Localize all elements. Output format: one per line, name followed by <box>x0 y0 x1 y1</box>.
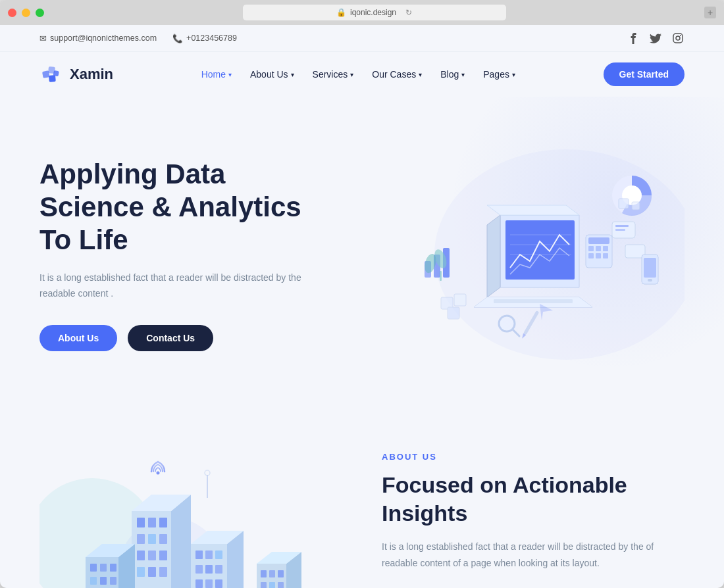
svg-rect-19 <box>615 225 629 227</box>
email-contact: ✉ support@iqnonicthemes.com <box>39 34 157 43</box>
hero-title: Applying Data Science & Analytics To Lif… <box>39 158 329 257</box>
svg-rect-62 <box>159 567 167 577</box>
svg-rect-94 <box>269 570 275 577</box>
svg-rect-58 <box>148 551 156 560</box>
svg-rect-84 <box>195 579 203 588</box>
topbar-left: ✉ support@iqnonicthemes.com 📞 +012345678… <box>39 34 237 43</box>
svg-rect-85 <box>205 579 213 588</box>
svg-rect-5 <box>49 75 56 82</box>
reload-icon[interactable]: ↻ <box>405 8 412 17</box>
website-content: ✉ support@iqnonicthemes.com 📞 +012345678… <box>0 25 724 588</box>
logo[interactable]: Xamin <box>39 62 113 86</box>
svg-rect-28 <box>596 253 601 258</box>
svg-rect-38 <box>454 294 466 306</box>
about-label: ABOUT US <box>382 452 685 462</box>
logo-text: Xamin <box>70 66 113 83</box>
phone-icon: 📞 <box>172 34 183 43</box>
svg-rect-97 <box>269 582 275 588</box>
browser-window: 🔒 iqonic.design ↻ + ✉ support@iqnonicthe… <box>0 0 724 588</box>
svg-rect-20 <box>615 229 625 231</box>
instagram-icon[interactable] <box>671 32 685 45</box>
about-description: It is a long established fact that a rea… <box>382 539 685 572</box>
nav-pages[interactable]: Pages ▾ <box>483 69 515 80</box>
svg-rect-52 <box>148 518 156 527</box>
nav-home[interactable]: Home ▾ <box>201 69 232 80</box>
svg-point-104 <box>157 472 160 475</box>
chevron-down-icon: ▾ <box>419 71 422 78</box>
svg-rect-56 <box>159 534 167 544</box>
svg-rect-42 <box>648 279 652 282</box>
nav-about[interactable]: About Us ▾ <box>250 69 294 80</box>
chevron-down-icon: ▾ <box>228 71 232 78</box>
chevron-down-icon: ▾ <box>350 71 353 78</box>
nav-services[interactable]: Services ▾ <box>313 69 354 80</box>
nav-cases[interactable]: Our Cases ▾ <box>372 69 422 80</box>
svg-rect-67 <box>100 564 107 572</box>
svg-point-2 <box>680 35 681 36</box>
hero-illustration <box>369 136 685 373</box>
chevron-down-icon: ▾ <box>291 71 294 78</box>
svg-rect-26 <box>603 246 608 251</box>
facebook-icon[interactable] <box>627 32 640 45</box>
svg-rect-93 <box>261 570 267 577</box>
chevron-down-icon: ▾ <box>461 71 465 78</box>
svg-rect-32 <box>440 271 442 281</box>
about-section: ABOUT US Focused on Actionable Insights … <box>0 399 724 588</box>
svg-rect-0 <box>673 34 683 43</box>
svg-rect-51 <box>137 518 145 527</box>
svg-rect-27 <box>588 253 594 258</box>
new-tab-button[interactable]: + <box>704 7 716 18</box>
hero-buttons: About Us Contact Us <box>39 325 329 351</box>
svg-rect-29 <box>603 253 608 258</box>
svg-rect-39 <box>448 307 459 319</box>
svg-rect-71 <box>110 577 116 585</box>
svg-rect-41 <box>644 258 656 278</box>
nav-blog[interactable]: Blog ▾ <box>440 69 465 80</box>
svg-rect-10 <box>505 220 575 280</box>
svg-rect-6 <box>53 70 59 76</box>
nav-links: Home ▾ About Us ▾ Services ▾ Our Cases ▾… <box>201 69 515 80</box>
svg-rect-55 <box>148 534 156 544</box>
url-text: iqonic.design <box>350 8 396 17</box>
svg-rect-57 <box>137 551 145 560</box>
svg-rect-68 <box>110 564 116 572</box>
svg-rect-43 <box>619 199 629 208</box>
svg-rect-95 <box>278 570 284 577</box>
city-illustration <box>39 439 342 588</box>
about-content: ABOUT US Focused on Actionable Insights … <box>382 439 685 588</box>
svg-marker-49 <box>171 495 191 588</box>
svg-rect-25 <box>596 246 601 251</box>
svg-rect-82 <box>205 565 213 574</box>
svg-rect-24 <box>588 246 594 251</box>
hero-svg <box>369 136 685 373</box>
svg-point-1 <box>676 36 680 40</box>
svg-rect-70 <box>100 577 107 585</box>
svg-rect-96 <box>261 582 267 588</box>
address-bar[interactable]: 🔒 iqonic.design ↻ <box>243 5 506 20</box>
svg-rect-66 <box>90 564 97 572</box>
close-button[interactable] <box>8 9 16 17</box>
get-started-button[interactable]: Get Started <box>604 62 685 86</box>
phone-contact: 📞 +0123456789 <box>172 34 237 43</box>
svg-rect-86 <box>215 579 222 588</box>
chevron-down-icon: ▾ <box>512 71 515 78</box>
svg-rect-60 <box>137 567 145 577</box>
maximize-button[interactable] <box>36 9 44 17</box>
email-icon: ✉ <box>39 34 47 43</box>
svg-rect-14 <box>494 299 573 303</box>
svg-rect-54 <box>137 534 145 544</box>
contact-us-button[interactable]: Contact Us <box>128 325 213 351</box>
svg-rect-80 <box>215 551 222 559</box>
svg-rect-23 <box>588 237 609 244</box>
svg-rect-69 <box>90 577 97 585</box>
minimize-button[interactable] <box>22 9 30 17</box>
browser-titlebar: 🔒 iqonic.design ↻ + <box>0 0 724 25</box>
about-us-button[interactable]: About Us <box>39 325 117 351</box>
navbar: Xamin Home ▾ About Us ▾ Services ▾ Our C… <box>0 52 724 97</box>
svg-rect-98 <box>278 582 284 588</box>
svg-rect-81 <box>195 565 203 574</box>
svg-rect-61 <box>148 567 156 577</box>
svg-rect-59 <box>159 551 167 560</box>
twitter-icon[interactable] <box>649 32 662 45</box>
lock-icon: 🔒 <box>336 8 346 17</box>
